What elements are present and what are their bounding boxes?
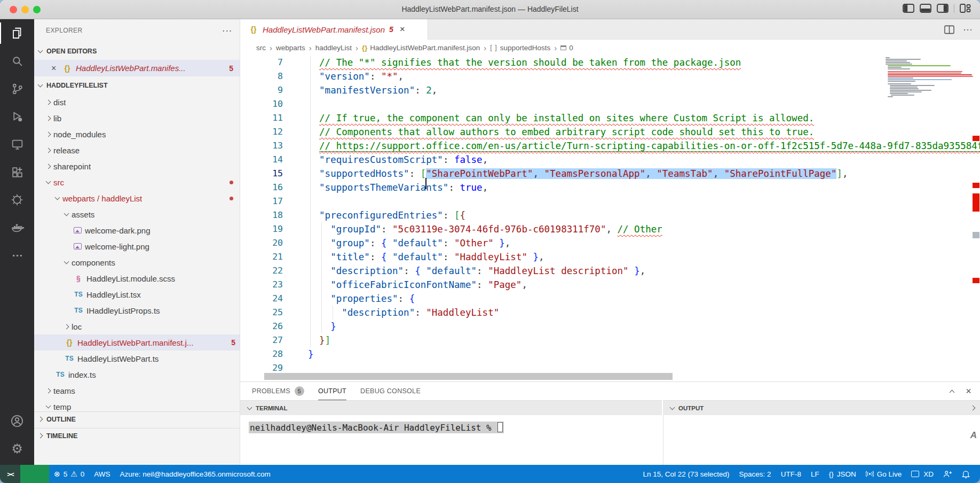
- minimap[interactable]: [883, 56, 971, 97]
- code-line-8[interactable]: 8 "version": "*",: [240, 69, 980, 83]
- tree-item-lib[interactable]: lib: [34, 110, 240, 126]
- tree-item-dist[interactable]: dist: [34, 94, 240, 110]
- source-control-icon[interactable]: [0, 75, 34, 103]
- settings-gear-icon[interactable]: ⚙: [0, 435, 34, 463]
- code-line-16[interactable]: 16 "supportsThemeVariants": true,: [240, 181, 980, 194]
- azure-account-status[interactable]: Azure: neil@haddleyoffice365.onmicrosoft…: [115, 465, 275, 483]
- explorer-actions-icon[interactable]: ···: [222, 19, 232, 42]
- tree-item-haddleylistwebpart-manifest-j-[interactable]: {}HaddleyListWebPart.manifest.j...5: [34, 334, 240, 350]
- code-line-19[interactable]: 19 "groupId": "5c03119e-3074-46fd-976b-c…: [240, 222, 980, 236]
- terminal[interactable]: neilhaddley@Neils-MacBook-Air HaddleyFil…: [240, 415, 662, 465]
- tab-output[interactable]: OUTPUT: [318, 382, 346, 400]
- code-line-15[interactable]: 15 "supportedHosts": ["SharePointWebPart…: [240, 167, 980, 181]
- tree-item-haddleylist-tsx[interactable]: TSHaddleyList.tsx: [34, 286, 240, 302]
- code-line-18[interactable]: 18 "preconfiguredEntries": [{: [240, 208, 980, 222]
- customize-layout-icon[interactable]: [960, 4, 971, 13]
- go-live-status[interactable]: Go Live: [861, 465, 907, 483]
- tree-item-welcome-light-png[interactable]: welcome-light.png: [34, 238, 240, 254]
- terminal-section-header[interactable]: TERMINAL: [240, 400, 662, 415]
- horizontal-scrollbar[interactable]: [240, 373, 980, 380]
- breadcrumb-item[interactable]: webparts: [276, 44, 305, 52]
- project-section-header[interactable]: HADDLEYFILELIST: [34, 78, 240, 93]
- code-line-10[interactable]: 10: [240, 97, 980, 111]
- scrollbar-thumb[interactable]: [264, 373, 673, 380]
- code-line-24[interactable]: 24 "properties": {: [240, 292, 980, 306]
- breadcrumb-item[interactable]: supportedHosts: [500, 44, 551, 52]
- breadcrumb-item[interactable]: 0: [569, 44, 573, 52]
- indentation-status[interactable]: Spaces: 2: [734, 465, 776, 483]
- tree-item-assets[interactable]: assets: [34, 206, 240, 222]
- kubernetes-icon[interactable]: [0, 186, 34, 214]
- toggle-panel-icon[interactable]: [920, 4, 931, 13]
- feedback-status[interactable]: [938, 465, 957, 483]
- editor-actions-more-icon[interactable]: ···: [963, 24, 973, 35]
- more-views-icon[interactable]: [0, 242, 34, 269]
- outline-section[interactable]: OUTLINE: [34, 411, 240, 426]
- accounts-icon[interactable]: [0, 407, 34, 435]
- tree-item-index-ts[interactable]: TSindex.ts: [34, 367, 240, 383]
- close-panel-icon[interactable]: ×: [966, 386, 971, 397]
- problems-status[interactable]: ⊗ 5 ⚠ 0: [49, 465, 89, 483]
- notifications-status[interactable]: [957, 465, 975, 483]
- explorer-icon[interactable]: [0, 19, 34, 47]
- output-action-icon[interactable]: A: [970, 430, 977, 441]
- tree-item-release[interactable]: release: [34, 142, 240, 158]
- output-pane[interactable]: A: [663, 415, 980, 465]
- close-icon[interactable]: ×: [51, 64, 59, 73]
- code-line-28[interactable]: 28}: [240, 347, 980, 361]
- code-line-25[interactable]: 25 "description": "HaddleyList": [240, 306, 980, 320]
- code-line-21[interactable]: 21 "title": { "default": "HaddleyList" }…: [240, 250, 980, 264]
- chevron-right-icon[interactable]: [970, 406, 976, 411]
- code-editor[interactable]: 7 // The "*" signifies that the version …: [240, 56, 980, 381]
- breadcrumb-item[interactable]: src: [256, 44, 266, 52]
- cursor-position-status[interactable]: Ln 15, Col 22 (73 selected): [638, 465, 734, 483]
- tree-item-webparts-haddleylist[interactable]: webparts / haddleyList: [34, 190, 240, 206]
- encoding-status[interactable]: UTF-8: [776, 465, 806, 483]
- code-line-13[interactable]: 13 // https://support.office.com/en-us/a…: [240, 139, 980, 153]
- toggle-sidebar-icon[interactable]: [903, 4, 914, 13]
- aws-status[interactable]: AWS: [89, 465, 115, 483]
- maximize-panel-icon[interactable]: [950, 389, 955, 395]
- tab-debug-console[interactable]: DEBUG CONSOLE: [360, 382, 421, 400]
- tree-item-haddleylistwebpart-ts[interactable]: TSHaddleyListWebPart.ts: [34, 350, 240, 367]
- remote-indicator[interactable]: ><: [0, 465, 20, 483]
- tree-item-ihaddleylistprops-ts[interactable]: TSIHaddleyListProps.ts: [34, 302, 240, 318]
- search-icon[interactable]: [0, 47, 34, 75]
- extensions-icon[interactable]: [0, 158, 34, 186]
- code-line-27[interactable]: 27 }]: [240, 333, 980, 347]
- tab-close-icon[interactable]: ×: [400, 24, 405, 35]
- split-editor-icon[interactable]: [944, 25, 954, 34]
- tree-item-loc[interactable]: loc: [34, 318, 240, 334]
- tree-item-sharepoint[interactable]: sharepoint: [34, 158, 240, 174]
- code-line-9[interactable]: 9 "manifestVersion": 2,: [240, 83, 980, 97]
- output-section-header[interactable]: OUTPUT: [663, 400, 980, 415]
- tree-item-temp[interactable]: temp: [34, 399, 240, 411]
- tree-item-src[interactable]: src: [34, 174, 240, 190]
- breadcrumb-item[interactable]: haddleyList: [315, 44, 352, 52]
- tree-item-welcome-dark-png[interactable]: welcome-dark.png: [34, 222, 240, 238]
- remote-status-block[interactable]: [20, 465, 49, 483]
- tab-problems[interactable]: PROBLEMS 5: [252, 382, 304, 400]
- language-mode-status[interactable]: {} JSON: [824, 465, 861, 483]
- open-editor-item[interactable]: × {} HaddleyListWebPart.manifes... 5: [34, 60, 240, 76]
- remote-explorer-icon[interactable]: [0, 130, 34, 158]
- code-line-20[interactable]: 20 "group": { "default": "Other" },: [240, 236, 980, 250]
- breadcrumb-item[interactable]: HaddleyListWebPart.manifest.json: [370, 44, 480, 52]
- code-line-7[interactable]: 7 // The "*" signifies that the version …: [240, 56, 980, 69]
- timeline-section[interactable]: TIMELINE: [34, 428, 240, 443]
- code-line-22[interactable]: 22 "description": { "default": "HaddleyL…: [240, 264, 980, 278]
- code-line-23[interactable]: 23 "officeFabricIconFontName": "Page",: [240, 278, 980, 292]
- tree-item-haddleylist-module-scss[interactable]: §HaddleyList.module.scss: [34, 270, 240, 286]
- xd-status[interactable]: XD: [906, 465, 938, 483]
- open-editors-section[interactable]: OPEN EDITORS: [34, 44, 240, 59]
- docker-icon[interactable]: [0, 214, 34, 242]
- tab-manifest-json[interactable]: {} HaddleyListWebPart.manifest.json 5 ×: [240, 19, 428, 40]
- code-line-11[interactable]: 11 // If true, the component can only be…: [240, 111, 980, 125]
- code-line-14[interactable]: 14 "requiresCustomScript": false,: [240, 153, 980, 167]
- toggle-secondary-sidebar-icon[interactable]: [937, 4, 949, 13]
- tree-item-components[interactable]: components: [34, 254, 240, 270]
- eol-status[interactable]: LF: [806, 465, 824, 483]
- tree-item-teams[interactable]: teams: [34, 383, 240, 399]
- code-line-26[interactable]: 26 }: [240, 320, 980, 333]
- code-line-17[interactable]: 17: [240, 194, 980, 208]
